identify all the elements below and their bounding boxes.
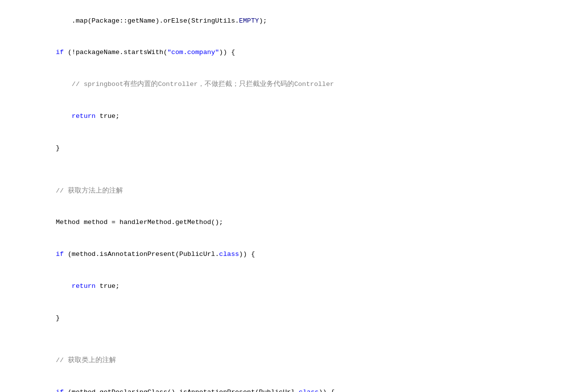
code-line-5: } <box>0 132 564 164</box>
code-line-8: Method method = handlerMethod.getMethod(… <box>0 207 564 239</box>
code-line-2: if (!packageName.startsWith("com.company… <box>0 37 564 69</box>
code-line-14: if (method.getDeclaringClass().isAnnotat… <box>0 377 564 392</box>
code-line-9: if (method.isAnnotationPresent(PublicUrl… <box>0 238 564 270</box>
code-line-blank-2 <box>0 334 564 345</box>
code-line-4: return true; <box>0 100 564 132</box>
code-line-10: return true; <box>0 270 564 302</box>
code-line-blank-1 <box>0 164 564 175</box>
code-line-7: // 获取方法上的注解 <box>0 175 564 207</box>
code-line-1: .map(Package::getName).orElse(StringUtil… <box>0 5 564 37</box>
code-container: .map(Package::getName).orElse(StringUtil… <box>0 0 564 392</box>
code-line-3: // springboot有些内置的Controller，不做拦截；只拦截业务代… <box>0 69 564 101</box>
code-line-13: // 获取类上的注解 <box>0 345 564 377</box>
code-line-11: } <box>0 302 564 334</box>
